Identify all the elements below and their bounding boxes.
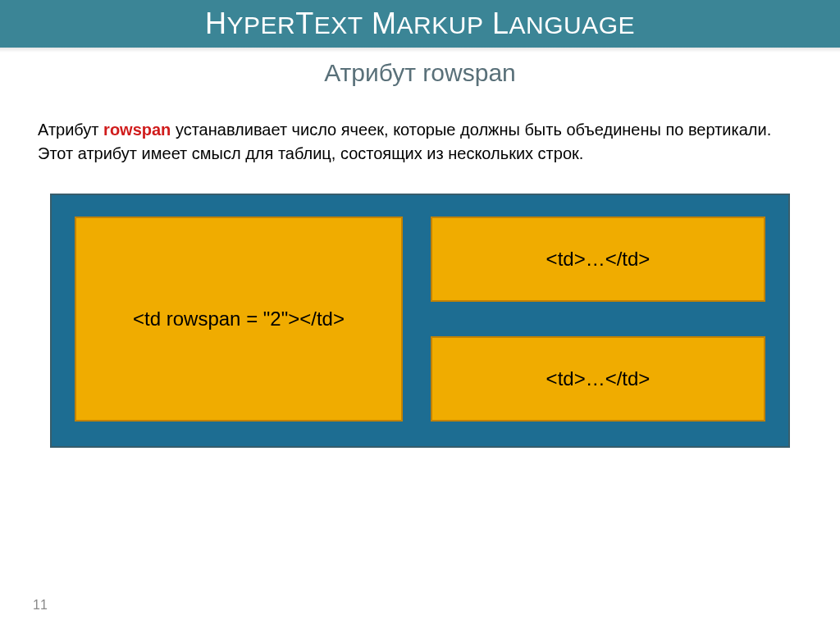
body-paragraph: Атрибут rowspan устанавливает число ячее…	[38, 118, 807, 166]
keyword-rowspan: rowspan	[103, 121, 171, 139]
title-band: HYPERTEXT MARKUP LANGUAGE	[0, 0, 840, 48]
cell-top: <td>…</td>	[431, 217, 765, 302]
title-shadow	[0, 48, 840, 52]
diagram-right-column: <td>…</td> <td>…</td>	[431, 217, 765, 422]
slide-subtitle: Атрибут rowspan	[0, 59, 840, 87]
slide: HYPERTEXT MARKUP LANGUAGE Атрибут rowspa…	[0, 0, 840, 629]
cell-rowspan: <td rowspan = "2"></td>	[75, 217, 403, 422]
rowspan-diagram: <td rowspan = "2"></td> <td>…</td> <td>……	[50, 194, 790, 448]
page-number: 11	[33, 598, 48, 613]
body-prefix: Атрибут	[38, 121, 103, 139]
diagram-left-column: <td rowspan = "2"></td>	[75, 217, 403, 422]
page-title: HYPERTEXT MARKUP LANGUAGE	[205, 7, 635, 40]
cell-bottom: <td>…</td>	[431, 336, 765, 422]
